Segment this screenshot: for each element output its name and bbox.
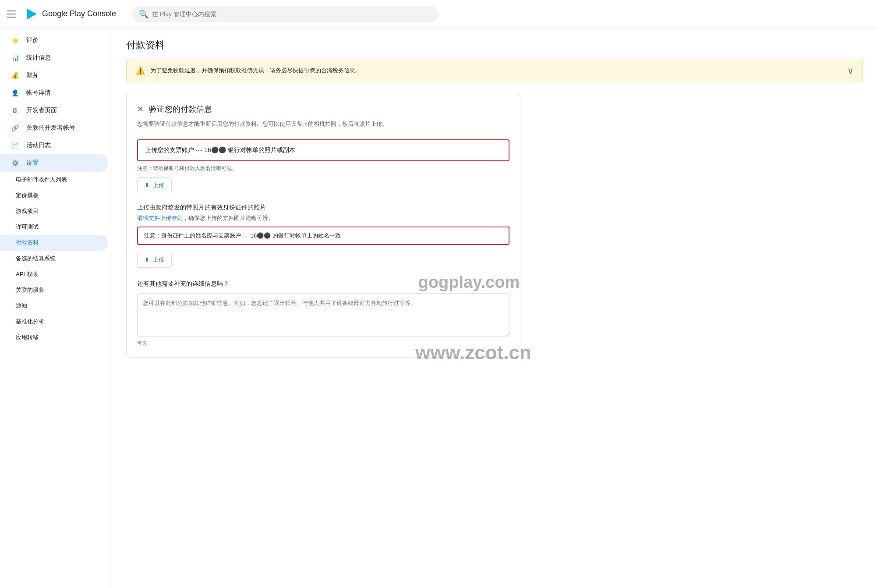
sidebar-sub-benchmark[interactable]: 基准化分析 [0,314,108,329]
sidebar-item-dev-page[interactable]: 🖥 开发者页面 [0,102,108,119]
sidebar-sub-pricing[interactable]: 定价模板 [0,188,108,203]
upload-box-1: 上传您的支票账户 ···· 16⚫⚫ 银行对帐单的照片或副本 [137,139,509,161]
gear-icon: ⚙️ [11,159,19,167]
menu-icon[interactable] [7,9,18,19]
sidebar-sub-api[interactable]: API 权限 [0,266,108,282]
search-bar: 🔍 [132,6,438,22]
optional-label: 可选 [137,340,509,347]
search-input[interactable] [152,11,431,18]
upload-section-1: 上传您的支票账户 ···· 16⚫⚫ 银行对帐单的照片或副本 注意：请确保账号和… [137,139,509,193]
close-button[interactable]: ✕ [137,104,144,114]
search-icon: 🔍 [139,9,149,19]
person-icon: 👤 [11,89,19,97]
sidebar-sub-notify[interactable]: 通知 [0,298,108,314]
upload-icon-1: ⬆ [145,182,149,188]
sidebar-item-account[interactable]: 👤 帐号详情 [0,84,108,102]
sidebar-item-linked-dev[interactable]: 🔗 关联的开发者帐号 [0,119,108,137]
sidebar-item-activity[interactable]: 📄 活动日志 [0,137,108,154]
upload-icon-2: ⬆ [145,256,149,263]
warning-banner: ⚠️ 为了避免收款延迟，并确保预扣税款准确无误，请务必尽快提供您的台湾税务信息。… [126,59,863,82]
sidebar-item-reviews[interactable]: ⭐ 评价 [0,32,108,49]
verify-title-text: 验证您的付款信息 [149,104,212,114]
svg-marker-0 [27,9,37,19]
additional-section: 还有其他需要补充的详细信息吗？ 可选 [137,280,509,347]
layout-icon: 🖥 [11,106,19,115]
upload-note-1: 注意：请确保账号和付款人姓名清晰可见。 [137,165,509,172]
additional-label: 还有其他需要补充的详细信息吗？ [137,280,509,288]
search-bar-container: 🔍 [132,6,438,22]
sidebar-item-finance[interactable]: 💰 财务 [0,67,108,84]
star-icon: ⭐ [11,36,19,45]
upload2-note: 请循文件上传准则，确保您上传的文件图片清晰可辨。 [137,214,509,222]
main-content: 付款资料 ⚠️ 为了避免收款延迟，并确保预扣税款准确无误，请务必尽快提供您的台湾… [112,28,877,588]
sidebar-sub-app-transfer[interactable]: 应用转移 [0,329,108,345]
upload2-label: 上传由政府签发的带照片的有效身份证件的照片 [137,204,509,212]
sidebar-sub-email-list[interactable]: 电子邮件收件人列表 [0,172,108,188]
sidebar-sub-payment[interactable]: 付款资料 [0,235,108,251]
highlight-box-2: 注意：身份证件上的姓名应与支票账户 ···· 16⚫⚫ 的银行对帐单上的姓名一致 [137,227,509,245]
verify-title-row: ✕ 验证您的付款信息 [137,104,509,114]
sidebar-sub-linked-services[interactable]: 关联的服务 [0,282,108,298]
sidebar: ⭐ 评价 📊 统计信息 💰 财务 👤 帐号详情 🖥 开发者页面 🔗 关联的开发者… [0,28,112,588]
upload-button-1[interactable]: ⬆ 上传 [137,177,172,193]
sidebar-sub-alt-billing[interactable]: 备选的结算系统 [0,251,108,266]
page-title: 付款资料 [126,39,863,52]
file-icon: 📄 [11,141,19,150]
upload-section-2: 上传由政府签发的带照片的有效身份证件的照片 请循文件上传准则，确保您上传的文件图… [137,204,509,268]
play-logo-icon [25,7,39,21]
additional-textarea[interactable] [137,293,509,337]
dollar-icon: 💰 [11,71,19,80]
header-title: Google Play Console [42,9,116,18]
layout: ⭐ 评价 📊 统计信息 💰 财务 👤 帐号详情 🖥 开发者页面 🔗 关联的开发者… [0,28,877,588]
sidebar-sub-license[interactable]: 许可测试 [0,219,108,235]
warning-left: ⚠️ 为了避免收款延迟，并确保预扣税款准确无误，请务必尽快提供您的台湾税务信息。 [135,66,361,75]
header: Google Play Console 🔍 [0,0,877,28]
sidebar-item-stats[interactable]: 📊 统计信息 [0,49,108,67]
upload-button-2[interactable]: ⬆ 上传 [137,252,172,268]
link-icon: 🔗 [11,124,19,132]
bar-chart-icon: 📊 [11,53,19,62]
warning-icon: ⚠️ [135,66,145,75]
sidebar-item-settings[interactable]: ⚙️ 设置 [0,154,108,172]
chevron-down-icon[interactable]: ∨ [847,65,854,76]
verify-description: 您需要验证付款信息才能重新启用您的付款资料。您可以使用设备上的相机拍照，然后将照… [137,120,509,129]
upload2-link[interactable]: 请循文件上传准则 [137,215,183,221]
verify-card: ✕ 验证您的付款信息 您需要验证付款信息才能重新启用您的付款资料。您可以使用设备… [126,93,520,358]
warning-text: 为了避免收款延迟，并确保预扣税款准确无误，请务必尽快提供您的台湾税务信息。 [150,67,361,74]
sidebar-sub-games[interactable]: 游戏项目 [0,203,108,219]
header-logo: Google Play Console [25,7,116,21]
